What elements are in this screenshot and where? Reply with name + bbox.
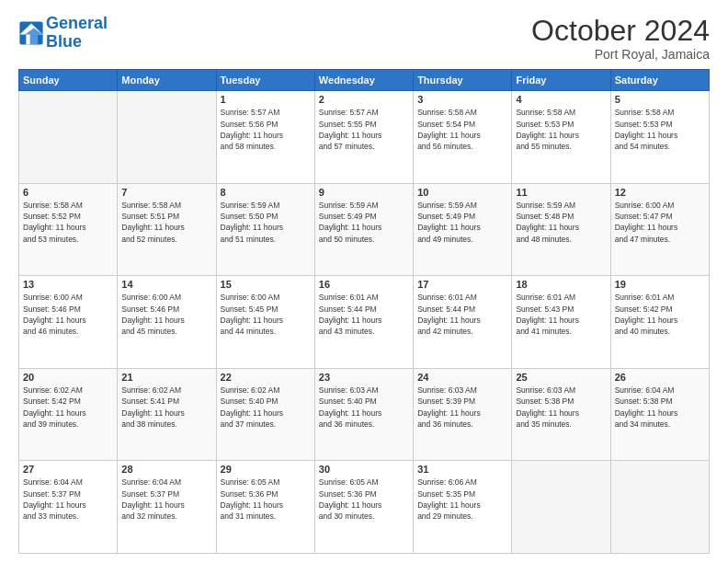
day-number: 19 (615, 279, 705, 290)
day-info: Sunrise: 5:58 AM Sunset: 5:53 PM Dayligh… (615, 107, 705, 152)
calendar-week-row: 27Sunrise: 6:04 AM Sunset: 5:37 PM Dayli… (19, 461, 710, 554)
day-info: Sunrise: 6:06 AM Sunset: 5:35 PM Dayligh… (417, 477, 507, 522)
day-number: 3 (417, 94, 507, 105)
day-number: 24 (417, 372, 507, 383)
logo-line1: General (46, 14, 108, 32)
day-number: 31 (417, 464, 507, 475)
day-number: 29 (221, 464, 311, 475)
day-info: Sunrise: 6:01 AM Sunset: 5:43 PM Dayligh… (516, 292, 606, 337)
calendar-col-header: Monday (118, 70, 216, 91)
day-info: Sunrise: 6:00 AM Sunset: 5:46 PM Dayligh… (121, 292, 211, 337)
day-number: 15 (221, 279, 311, 290)
calendar-cell: 15Sunrise: 6:00 AM Sunset: 5:45 PM Dayli… (216, 276, 314, 369)
calendar-cell: 24Sunrise: 6:03 AM Sunset: 5:39 PM Dayli… (414, 368, 512, 461)
calendar-col-header: Wednesday (314, 70, 413, 91)
calendar-col-header: Sunday (19, 70, 118, 91)
calendar-cell: 5Sunrise: 5:58 AM Sunset: 5:53 PM Daylig… (610, 91, 709, 184)
day-number: 11 (516, 187, 606, 198)
calendar-cell: 4Sunrise: 5:58 AM Sunset: 5:53 PM Daylig… (512, 91, 610, 184)
day-info: Sunrise: 5:57 AM Sunset: 5:56 PM Dayligh… (221, 107, 311, 152)
day-info: Sunrise: 5:59 AM Sunset: 5:48 PM Dayligh… (516, 200, 606, 245)
logo-line2: Blue (46, 32, 82, 51)
day-number: 20 (23, 372, 113, 383)
calendar-week-row: 1Sunrise: 5:57 AM Sunset: 5:56 PM Daylig… (19, 91, 710, 184)
calendar-cell: 27Sunrise: 6:04 AM Sunset: 5:37 PM Dayli… (19, 461, 118, 554)
calendar-cell: 26Sunrise: 6:04 AM Sunset: 5:38 PM Dayli… (610, 368, 709, 461)
calendar-week-row: 20Sunrise: 6:02 AM Sunset: 5:42 PM Dayli… (19, 368, 710, 461)
day-number: 13 (23, 279, 113, 290)
calendar-cell: 10Sunrise: 5:59 AM Sunset: 5:49 PM Dayli… (414, 183, 512, 276)
page: General Blue October 2024 Port Royal, Ja… (0, 0, 728, 563)
calendar-cell (610, 461, 709, 554)
calendar-cell: 14Sunrise: 6:00 AM Sunset: 5:46 PM Dayli… (118, 276, 216, 369)
day-info: Sunrise: 6:05 AM Sunset: 5:36 PM Dayligh… (221, 477, 311, 522)
day-info: Sunrise: 6:02 AM Sunset: 5:40 PM Dayligh… (221, 385, 311, 430)
calendar-col-header: Friday (512, 70, 610, 91)
calendar-cell: 19Sunrise: 6:01 AM Sunset: 5:42 PM Dayli… (610, 276, 709, 369)
calendar-cell: 13Sunrise: 6:00 AM Sunset: 5:46 PM Dayli… (19, 276, 118, 369)
calendar-header-row: SundayMondayTuesdayWednesdayThursdayFrid… (19, 70, 710, 91)
calendar-cell: 3Sunrise: 5:58 AM Sunset: 5:54 PM Daylig… (414, 91, 512, 184)
logo-text: General Blue (46, 15, 108, 52)
day-number: 14 (121, 279, 211, 290)
calendar-cell: 9Sunrise: 5:59 AM Sunset: 5:49 PM Daylig… (314, 183, 413, 276)
calendar-week-row: 13Sunrise: 6:00 AM Sunset: 5:46 PM Dayli… (19, 276, 710, 369)
day-info: Sunrise: 5:58 AM Sunset: 5:52 PM Dayligh… (23, 200, 113, 245)
day-number: 18 (516, 279, 606, 290)
calendar-cell: 22Sunrise: 6:02 AM Sunset: 5:40 PM Dayli… (216, 368, 314, 461)
day-number: 25 (516, 372, 606, 383)
calendar-cell: 2Sunrise: 5:57 AM Sunset: 5:55 PM Daylig… (314, 91, 413, 184)
day-info: Sunrise: 6:04 AM Sunset: 5:37 PM Dayligh… (121, 477, 211, 522)
day-number: 16 (319, 279, 409, 290)
day-number: 26 (615, 372, 705, 383)
calendar-cell: 8Sunrise: 5:59 AM Sunset: 5:50 PM Daylig… (216, 183, 314, 276)
calendar-cell: 16Sunrise: 6:01 AM Sunset: 5:44 PM Dayli… (314, 276, 413, 369)
calendar-cell: 29Sunrise: 6:05 AM Sunset: 5:36 PM Dayli… (216, 461, 314, 554)
day-number: 17 (417, 279, 507, 290)
day-info: Sunrise: 6:01 AM Sunset: 5:44 PM Dayligh… (417, 292, 507, 337)
day-info: Sunrise: 5:59 AM Sunset: 5:49 PM Dayligh… (319, 200, 409, 245)
calendar-week-row: 6Sunrise: 5:58 AM Sunset: 5:52 PM Daylig… (19, 183, 710, 276)
day-number: 23 (319, 372, 409, 383)
day-number: 28 (121, 464, 211, 475)
day-number: 10 (417, 187, 507, 198)
day-number: 1 (221, 94, 311, 105)
title-block: October 2024 Port Royal, Jamaica (531, 15, 710, 62)
calendar-cell: 25Sunrise: 6:03 AM Sunset: 5:38 PM Dayli… (512, 368, 610, 461)
logo: General Blue (18, 15, 108, 52)
location: Port Royal, Jamaica (531, 47, 710, 62)
calendar-cell (118, 91, 216, 184)
calendar-cell: 1Sunrise: 5:57 AM Sunset: 5:56 PM Daylig… (216, 91, 314, 184)
day-number: 6 (23, 187, 113, 198)
day-info: Sunrise: 6:01 AM Sunset: 5:42 PM Dayligh… (615, 292, 705, 337)
day-number: 21 (121, 372, 211, 383)
calendar-cell: 12Sunrise: 6:00 AM Sunset: 5:47 PM Dayli… (610, 183, 709, 276)
calendar-cell: 30Sunrise: 6:05 AM Sunset: 5:36 PM Dayli… (314, 461, 413, 554)
day-info: Sunrise: 6:00 AM Sunset: 5:45 PM Dayligh… (221, 292, 311, 337)
header: General Blue October 2024 Port Royal, Ja… (18, 15, 710, 62)
day-info: Sunrise: 5:59 AM Sunset: 5:49 PM Dayligh… (417, 200, 507, 245)
day-info: Sunrise: 6:00 AM Sunset: 5:47 PM Dayligh… (615, 200, 705, 245)
day-info: Sunrise: 6:02 AM Sunset: 5:42 PM Dayligh… (23, 385, 113, 430)
day-info: Sunrise: 5:58 AM Sunset: 5:53 PM Dayligh… (516, 107, 606, 152)
day-info: Sunrise: 6:03 AM Sunset: 5:38 PM Dayligh… (516, 385, 606, 430)
day-info: Sunrise: 6:02 AM Sunset: 5:41 PM Dayligh… (121, 385, 211, 430)
calendar-col-header: Tuesday (216, 70, 314, 91)
day-number: 5 (615, 94, 705, 105)
calendar-cell: 31Sunrise: 6:06 AM Sunset: 5:35 PM Dayli… (414, 461, 512, 554)
day-info: Sunrise: 6:05 AM Sunset: 5:36 PM Dayligh… (319, 477, 409, 522)
calendar-cell: 21Sunrise: 6:02 AM Sunset: 5:41 PM Dayli… (118, 368, 216, 461)
day-info: Sunrise: 5:59 AM Sunset: 5:50 PM Dayligh… (221, 200, 311, 245)
calendar-cell: 23Sunrise: 6:03 AM Sunset: 5:40 PM Dayli… (314, 368, 413, 461)
day-info: Sunrise: 6:00 AM Sunset: 5:46 PM Dayligh… (23, 292, 113, 337)
calendar-cell: 20Sunrise: 6:02 AM Sunset: 5:42 PM Dayli… (19, 368, 118, 461)
calendar-cell (512, 461, 610, 554)
day-info: Sunrise: 6:01 AM Sunset: 5:44 PM Dayligh… (319, 292, 409, 337)
day-number: 2 (319, 94, 409, 105)
day-info: Sunrise: 6:03 AM Sunset: 5:39 PM Dayligh… (417, 385, 507, 430)
calendar-cell: 28Sunrise: 6:04 AM Sunset: 5:37 PM Dayli… (118, 461, 216, 554)
calendar-cell (19, 91, 118, 184)
calendar-cell: 6Sunrise: 5:58 AM Sunset: 5:52 PM Daylig… (19, 183, 118, 276)
day-info: Sunrise: 5:58 AM Sunset: 5:51 PM Dayligh… (121, 200, 211, 245)
day-number: 9 (319, 187, 409, 198)
